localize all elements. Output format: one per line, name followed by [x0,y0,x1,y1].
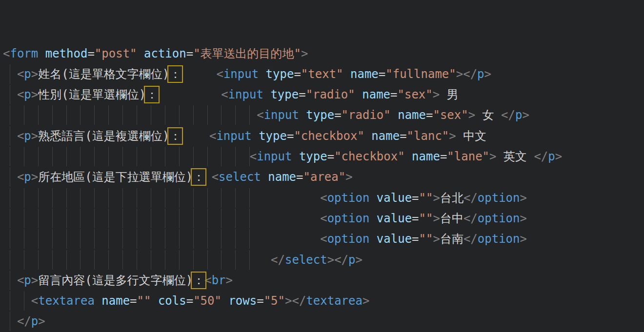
code-token: > [38,314,45,328]
code-token: > [433,191,440,205]
code-token: </ [534,150,548,163]
code-token: = [294,67,301,81]
code-token: input [223,67,259,81]
code-token: = [400,129,406,143]
code-token: rows [228,294,257,308]
code-token: > [484,67,491,81]
code-token: > [31,67,38,81]
code-token: < [209,129,216,143]
code-line[interactable]: <option value="">台北</option> [3,188,644,208]
code-token: p [548,150,555,163]
code-token: 英文 [497,150,534,163]
code-token: p [24,170,31,184]
code-token: < [257,108,263,122]
code-token [3,273,17,287]
code-token: option [327,232,370,246]
code-token [259,67,265,81]
code-line[interactable]: <textarea name="" cols="50" rows="5"></t… [3,291,644,311]
code-token: < [212,170,219,184]
code-line[interactable]: <p>所在地區(這是下拉選單欄位)： <select name="area"> [3,167,644,187]
code-token: = [186,47,193,60]
code-editor[interactable]: <form method="post" action="表單送出的目的地"> <… [0,0,644,332]
code-line[interactable]: <input type="checkbox" name="lane"> 英文 <… [3,146,644,167]
code-token: "5" [264,294,285,308]
code-token: > [555,150,562,163]
code-token: > [31,129,38,143]
code-line[interactable]: <p>熟悉語言(這是複選欄位)： <input type="checkbox" … [3,126,644,146]
code-token: > [433,212,440,225]
code-token: p [477,67,484,81]
code-token: name [350,67,379,81]
code-token [369,212,376,225]
code-token: > [520,191,527,205]
code-token: value [377,191,412,205]
code-token: = [426,108,433,122]
code-token: < [17,273,24,287]
code-token: "" [419,191,433,205]
code-token [3,150,250,163]
code-token: br [212,273,226,287]
code-line[interactable]: <form method="post" action="表單送出的目的地"> [3,43,644,64]
code-token: = [390,88,397,101]
code-token [263,88,270,101]
code-line[interactable]: <p>性別(這是單選欄位)： <input type="radio" name=… [3,84,644,105]
code-token: 熟悉語言(這是複選欄位) [38,129,169,143]
code-token: > [433,232,440,246]
code-token: name [362,88,390,101]
code-token: 台北 [440,191,463,205]
code-token: p [24,273,31,287]
code-token: 姓名(這是單格文字欄位) [38,67,169,81]
code-line[interactable]: <option value="">台南</option> [3,229,644,249]
code-token: method [45,47,88,60]
code-token: 中文 [456,129,486,143]
code-token: "fullname" [385,67,456,81]
code-token: p [515,108,522,122]
code-token: = [130,294,137,308]
code-token: > [301,47,308,60]
code-token: option [478,232,520,246]
code-token: < [320,212,327,225]
code-token [355,88,362,101]
code-token: </ [17,314,31,328]
code-token [252,129,259,143]
code-token: </ [463,232,478,246]
code-token: textarea [38,294,95,308]
code-token [292,150,299,163]
code-token: < [250,150,257,163]
code-token: p [348,253,355,267]
code-line[interactable]: </p> [3,311,644,332]
code-token [221,294,228,308]
code-token [3,212,320,225]
code-line[interactable]: <p>留言內容(這是多行文字欄位)：<br> [3,270,644,291]
code-token: name [412,150,440,163]
code-line[interactable]: <p>姓名(這是單格文字欄位)： <input type="text" name… [3,64,644,84]
code-token: type [299,150,327,163]
code-token: "post" [95,47,137,60]
code-token: > [31,170,38,184]
code-token: type [270,88,299,101]
unicode-highlight-box: ： [193,170,204,184]
code-token: option [327,212,370,225]
code-token [364,129,371,143]
code-line[interactable]: <input type="radio" name="sex"> 女 </p> [3,105,644,125]
code-token: 留言內容(這是多行文字欄位) [38,273,193,287]
code-token: "lanc" [407,129,449,143]
code-token: value [377,232,412,246]
code-token [95,294,101,308]
code-token [369,191,376,205]
code-line[interactable]: <option value="">台中</option> [3,208,644,229]
code-token: > [468,108,475,122]
code-token: "50" [193,294,221,308]
code-token: </ [334,253,348,267]
code-token: p [24,67,31,81]
code-token: > [522,108,529,122]
code-token: > [31,273,38,287]
code-token: = [186,294,193,308]
unicode-highlight-box: ： [169,67,181,81]
code-token: action [144,47,186,60]
code-token: 女 [475,108,501,122]
code-token: "checkbox" [294,129,364,143]
code-line[interactable]: </select></p> [3,250,644,270]
code-token: = [412,212,419,225]
code-area[interactable]: <form method="post" action="表單送出的目的地"> <… [3,43,644,332]
